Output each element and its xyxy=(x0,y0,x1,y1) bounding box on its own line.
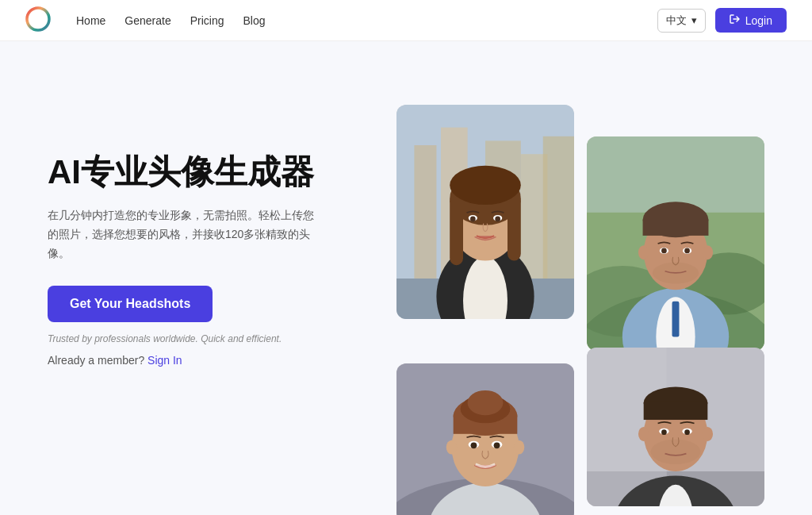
photo-man-outdoor xyxy=(587,136,764,351)
svg-rect-31 xyxy=(643,220,709,236)
photo-woman-indoor xyxy=(396,363,574,515)
portrait-3 xyxy=(396,363,574,515)
svg-point-53 xyxy=(494,442,500,448)
svg-point-33 xyxy=(703,245,713,259)
get-headshots-button[interactable]: Get Your Headshots xyxy=(48,286,213,322)
svg-point-68 xyxy=(661,429,667,435)
svg-point-49 xyxy=(514,440,524,455)
header-left: Home Generate Pricing Blog xyxy=(25,6,266,35)
svg-rect-24 xyxy=(587,136,764,213)
login-button[interactable]: Login xyxy=(715,8,787,33)
header-right: 中文 ▾ Login xyxy=(657,8,787,33)
photo-woman-outdoor xyxy=(396,105,574,319)
nav-generate[interactable]: Generate xyxy=(124,14,170,27)
language-label: 中文 xyxy=(666,13,687,28)
svg-point-32 xyxy=(638,245,649,259)
svg-point-47 xyxy=(468,390,504,415)
trusted-text: Trusted by professionals worldwide. Quic… xyxy=(48,333,365,344)
svg-point-70 xyxy=(651,440,701,464)
svg-rect-13 xyxy=(450,194,463,266)
main-content: AI专业头像生成器 在几分钟内打造您的专业形象，无需拍照。轻松上传您的照片，选择… xyxy=(0,41,812,515)
logo[interactable] xyxy=(25,6,51,35)
svg-point-69 xyxy=(684,429,690,435)
nav-home[interactable]: Home xyxy=(76,14,105,27)
chevron-down-icon: ▾ xyxy=(691,14,697,26)
svg-point-18 xyxy=(470,217,476,222)
hero-title: AI专业头像生成器 xyxy=(48,152,365,192)
svg-point-52 xyxy=(471,442,477,448)
svg-point-36 xyxy=(661,248,667,254)
svg-rect-6 xyxy=(543,136,574,279)
svg-rect-27 xyxy=(672,302,680,337)
svg-rect-63 xyxy=(644,402,708,420)
svg-point-19 xyxy=(495,217,500,222)
svg-point-48 xyxy=(446,440,457,455)
nav-blog[interactable]: Blog xyxy=(243,14,266,27)
portrait-1 xyxy=(396,105,574,319)
hero-section: AI专业头像生成器 在几分钟内打造您的专业形象，无需拍照。轻松上传您的照片，选择… xyxy=(48,89,396,367)
svg-point-37 xyxy=(684,248,690,254)
login-label: Login xyxy=(745,14,772,27)
site-header: Home Generate Pricing Blog 中文 ▾ Login xyxy=(0,0,812,41)
language-selector[interactable]: 中文 ▾ xyxy=(657,9,706,33)
svg-point-65 xyxy=(703,427,713,441)
nav-pricing[interactable]: Pricing xyxy=(190,14,224,27)
sign-in-link[interactable]: Sign In xyxy=(147,354,182,367)
portrait-2 xyxy=(587,136,764,351)
photo-grid xyxy=(396,89,764,515)
hero-description: 在几分钟内打造您的专业形象，无需拍照。轻松上传您的照片，选择您想要的风格，并接收… xyxy=(48,206,317,263)
member-prompt: Already a member? Sign In xyxy=(48,354,365,367)
svg-rect-14 xyxy=(508,194,521,261)
login-icon xyxy=(730,13,741,27)
photo-man-indoor xyxy=(587,348,764,506)
svg-point-0 xyxy=(27,8,49,30)
svg-rect-2 xyxy=(414,145,436,279)
svg-point-15 xyxy=(450,166,521,205)
main-nav: Home Generate Pricing Blog xyxy=(76,14,266,27)
svg-point-64 xyxy=(638,427,649,441)
portrait-4 xyxy=(587,348,764,506)
